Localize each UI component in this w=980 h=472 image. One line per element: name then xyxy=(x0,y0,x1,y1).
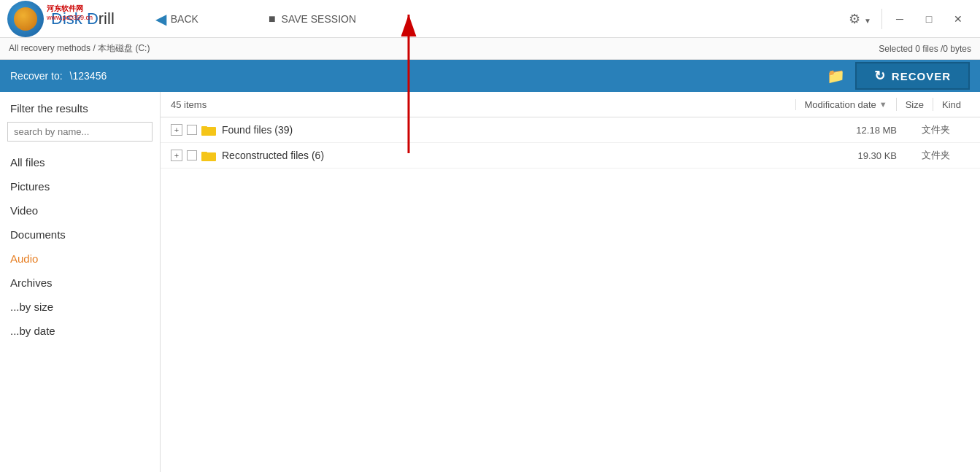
file-kind-2: 文件夹 xyxy=(911,149,970,162)
file-size-2: 19.30 KB xyxy=(838,150,911,161)
search-input[interactable] xyxy=(7,122,153,142)
settings-button[interactable]: ⚙ ▼ xyxy=(841,8,879,30)
recover-bar: Recover to: \123456 📁 ↻ RECOVER xyxy=(0,60,980,92)
breadcrumb-bar: All recovery methods / 本地磁盘 (C:) Selecte… xyxy=(0,38,980,60)
expand-button-2[interactable]: + xyxy=(171,150,182,161)
back-arrow-icon: ◀ xyxy=(155,10,166,28)
watermark-line1: 河东软件网 xyxy=(47,4,95,14)
file-name-1: Found files (39) xyxy=(222,124,838,136)
file-list: 45 items Modification date ▼ Size Kind + xyxy=(161,92,980,472)
folder-browse-icon[interactable]: 📁 xyxy=(827,67,845,85)
selected-info: Selected 0 files /0 bytes xyxy=(879,44,971,54)
recover-path: \123456 xyxy=(70,70,827,82)
gear-icon: ⚙ xyxy=(849,12,860,26)
save-session-label: SAVE SESSION xyxy=(282,13,356,25)
folder-icon-2 xyxy=(201,150,216,161)
titlebar: 河东软件网 www.pc0359.cn Disk Drill ◀ BACK ■ … xyxy=(0,0,980,38)
save-session-button[interactable]: ■ SAVE SESSION xyxy=(254,8,371,30)
sidebar-item-bysize[interactable]: ...by size xyxy=(0,295,160,319)
sidebar-item-video[interactable]: Video xyxy=(0,198,160,223)
sidebar-item-bydate[interactable]: ...by date xyxy=(0,319,160,343)
table-row[interactable]: + Found files (39) 12.18 MB 文件夹 xyxy=(161,117,980,143)
main-area: Filter the results All files Pictures Vi… xyxy=(0,92,980,472)
app-logo: 河东软件网 www.pc0359.cn xyxy=(7,1,44,37)
svg-rect-3 xyxy=(201,126,207,128)
sidebar-item-audio[interactable]: Audio xyxy=(0,247,160,271)
sidebar-item-archives[interactable]: Archives xyxy=(0,271,160,295)
sidebar: Filter the results All files Pictures Vi… xyxy=(0,92,161,472)
sidebar-item-allfiles[interactable]: All files xyxy=(0,150,160,174)
expand-button-1[interactable]: + xyxy=(171,124,182,136)
close-icon: ✕ xyxy=(954,13,962,25)
minimize-button[interactable]: ─ xyxy=(885,4,914,34)
svg-rect-5 xyxy=(201,152,207,154)
table-row[interactable]: + Reconstructed files (6) 19.30 KB 文件夹 xyxy=(161,143,980,169)
file-kind-1: 文件夹 xyxy=(911,123,970,136)
checkbox-2[interactable] xyxy=(187,150,197,160)
folder-icon-1 xyxy=(201,124,216,136)
maximize-button[interactable]: □ xyxy=(914,4,944,34)
col-kind: Kind xyxy=(933,98,970,111)
checkbox-1[interactable] xyxy=(187,125,197,135)
column-headers: Modification date ▼ Size Kind xyxy=(795,98,971,111)
back-button[interactable]: ◀ BACK xyxy=(144,6,210,32)
sidebar-item-documents[interactable]: Documents xyxy=(0,223,160,247)
items-count: 45 items xyxy=(171,99,795,110)
file-name-2: Reconstructed files (6) xyxy=(222,150,838,161)
filelist-header: 45 items Modification date ▼ Size Kind xyxy=(161,92,980,117)
watermark-line2: www.pc0359.cn xyxy=(47,14,95,21)
col-size: Size xyxy=(896,98,933,111)
maximize-icon: □ xyxy=(926,13,932,25)
window-controls: ⚙ ▼ ─ □ ✕ xyxy=(841,4,973,34)
sort-icon[interactable]: ▼ xyxy=(879,100,887,109)
filter-title: Filter the results xyxy=(0,102,160,122)
recover-refresh-icon: ↻ xyxy=(874,68,886,84)
recover-to-label: Recover to: xyxy=(10,70,63,82)
breadcrumb-path: All recovery methods / 本地磁盘 (C:) xyxy=(9,42,150,55)
recover-label: RECOVER xyxy=(892,70,951,82)
minimize-icon: ─ xyxy=(896,13,903,25)
gear-dropdown-icon: ▼ xyxy=(864,17,871,25)
close-button[interactable]: ✕ xyxy=(944,4,973,34)
save-session-icon: ■ xyxy=(269,12,276,26)
recover-button[interactable]: ↻ RECOVER xyxy=(855,62,970,90)
file-size-1: 12.18 MB xyxy=(838,125,911,136)
col-modification: Modification date ▼ xyxy=(795,99,896,110)
back-label: BACK xyxy=(171,13,198,25)
sidebar-item-pictures[interactable]: Pictures xyxy=(0,174,160,198)
